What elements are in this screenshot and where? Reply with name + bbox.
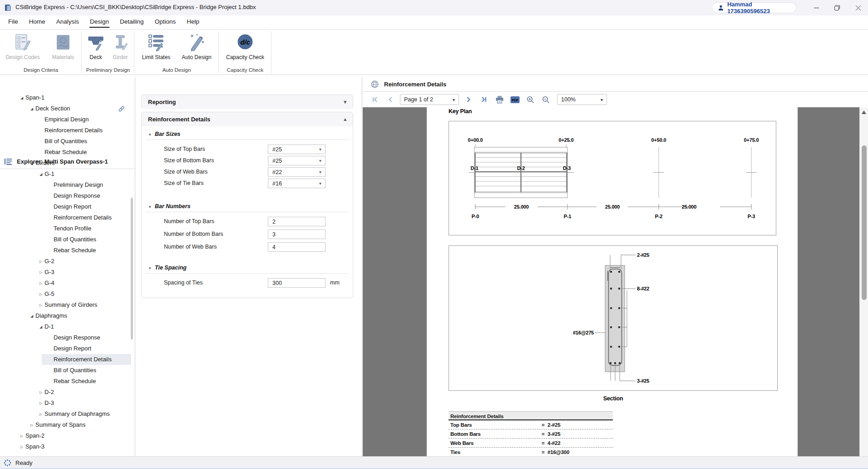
first-page-button[interactable]	[369, 94, 381, 105]
tree-item-summary-of-diaphragms[interactable]: ▷Summary of Diaphragms	[0, 409, 135, 419]
menu-home[interactable]: Home	[24, 15, 51, 29]
next-page-button[interactable]	[463, 94, 474, 105]
last-page-button[interactable]	[478, 94, 490, 105]
equals-sign: =	[542, 448, 545, 456]
user-account-button[interactable]: Hammad 1736390596523	[712, 2, 796, 13]
tree-item-span-3[interactable]: ▷Span-3	[0, 441, 135, 452]
bar-numbers-collapse-icon[interactable]: ▾	[149, 205, 151, 209]
expand-icon[interactable]: ▷	[37, 256, 44, 267]
tree-item-d-2[interactable]: ▷D-2	[0, 387, 135, 398]
tree-item-diaphragms[interactable]: ◢Diaphragms	[0, 310, 135, 321]
collapse-icon[interactable]: ◢	[37, 169, 44, 180]
tree-item-deck-section[interactable]: ◢Deck Section	[0, 103, 135, 114]
close-button[interactable]	[848, 0, 868, 15]
menu-file[interactable]: File	[3, 15, 24, 29]
tree-item-label: Reinforcement Details	[54, 356, 112, 363]
tree-item-empirical-design[interactable]: Empirical Design	[0, 114, 135, 125]
minimize-button[interactable]	[806, 0, 826, 15]
tree-item-preliminary-design[interactable]: Preliminary Design	[0, 180, 135, 190]
tree-item-tendon-profile[interactable]: Tendon Profile	[0, 223, 135, 234]
limit-states-icon	[148, 33, 165, 51]
tree-item-bill-of-quantities[interactable]: Bill of Quantities	[0, 234, 135, 245]
reinforcement-details-section-header[interactable]: Reinforcement Details ▴	[142, 112, 353, 126]
reporting-section-header[interactable]: Reporting ▾	[142, 95, 353, 109]
tree-item-g-1[interactable]: ◢G-1	[0, 169, 135, 180]
svg-text:0+75.0: 0+75.0	[744, 137, 759, 143]
report-scrollbar[interactable]	[859, 107, 868, 456]
expand-icon[interactable]: ▷	[37, 387, 44, 398]
menu-analysis[interactable]: Analysis	[51, 15, 84, 29]
size-of-web-bars-select[interactable]: #22▾	[268, 167, 326, 177]
tree-item-design-report[interactable]: Design Report	[0, 201, 135, 212]
number-of-bottom-bars-input[interactable]	[268, 230, 326, 239]
explorer-scrollbar[interactable]	[131, 198, 133, 339]
number-of-top-bars-input[interactable]	[268, 217, 326, 226]
scrollbar-thumb[interactable]	[862, 145, 867, 300]
tree-item-reinforcement-details[interactable]: Reinforcement Details	[0, 212, 135, 223]
scroll-up-arrow[interactable]	[862, 110, 866, 114]
tree-item-span-1[interactable]: ◢Span-1	[0, 92, 135, 103]
export-pdf-button[interactable]: PDF	[509, 94, 521, 105]
tree-item-rebar-schedule[interactable]: Rebar Schedule	[0, 245, 135, 256]
limit-states-button[interactable]: Limit States	[137, 32, 176, 61]
tree-item-g-5[interactable]: ▷G-5	[0, 289, 135, 299]
tree-item-d-1[interactable]: ◢D-1	[0, 321, 135, 332]
collapse-icon[interactable]: ◢	[28, 311, 35, 322]
page-select[interactable]: Page 1 of 2 ▾	[400, 94, 459, 105]
design-codes-button[interactable]: Design Codes	[3, 32, 42, 61]
bar-sizes-collapse-icon[interactable]: ▾	[149, 132, 151, 137]
tree-item-rebar-schedule[interactable]: Rebar Schedule	[0, 147, 135, 158]
menu-design[interactable]: Design	[84, 15, 114, 29]
tree-item-span-2[interactable]: ▷Span-2	[0, 430, 135, 441]
expand-icon[interactable]: ▷	[18, 431, 25, 442]
tree-item-girders[interactable]: ◢Girders	[0, 158, 135, 169]
tree-item-g-2[interactable]: ▷G-2	[0, 256, 135, 267]
tree-item-summary-of-spans[interactable]: ▷Summary of Spans	[0, 419, 135, 430]
menu-detailing[interactable]: Detailing	[114, 15, 149, 29]
menu-options[interactable]: Options	[149, 15, 182, 29]
expand-icon[interactable]: ▷	[37, 289, 44, 300]
collapse-icon[interactable]: ◢	[18, 93, 25, 104]
tree-item-reinforcement-details[interactable]: Reinforcement Details	[0, 125, 135, 136]
tie-spacing-collapse-icon[interactable]: ▾	[149, 266, 151, 270]
auto-design-button[interactable]: Auto Design	[177, 32, 216, 61]
print-button[interactable]	[493, 94, 505, 105]
section-drawing: 2-#25 8-#22 #16@275	[449, 245, 778, 391]
tree-item-reinforcement-details[interactable]: Reinforcement Details	[0, 354, 135, 365]
size-of-top-bars-select[interactable]: #25▾	[268, 145, 326, 154]
collapse-icon[interactable]: ◢	[28, 158, 35, 169]
tree-item-summary-of-girders[interactable]: ▷Summary of Girders	[0, 299, 135, 310]
tree-item-design-response[interactable]: Design Response	[0, 332, 135, 343]
collapse-icon[interactable]: ◢	[37, 322, 44, 333]
svg-text:0+25.0: 0+25.0	[559, 137, 574, 143]
tree-item-g-3[interactable]: ▷G-3	[0, 267, 135, 278]
tree-item-g-4[interactable]: ▷G-4	[0, 278, 135, 289]
tree-item-design-report[interactable]: Design Report	[0, 343, 135, 354]
collapse-icon[interactable]: ◢	[28, 104, 35, 115]
expand-icon[interactable]: ▷	[37, 398, 44, 409]
restore-button[interactable]	[827, 0, 847, 15]
tree-item-bill-of-quantities[interactable]: Bill of Quantities	[0, 365, 135, 376]
spacing-of-ties-input[interactable]	[268, 278, 326, 288]
number-of-web-bars-input[interactable]	[268, 242, 326, 252]
tree-item-design-response[interactable]: Design Response	[0, 190, 135, 201]
expand-icon[interactable]: ▷	[37, 278, 44, 289]
zoom-out-button[interactable]	[540, 94, 552, 105]
expand-icon[interactable]: ▷	[37, 300, 44, 311]
expand-icon[interactable]: ▷	[28, 420, 35, 431]
expand-icon[interactable]: ▷	[37, 409, 44, 420]
table-row: Web Bars = 4-#22	[449, 439, 613, 448]
size-of-tie-bars-select[interactable]: #16▾	[268, 179, 326, 188]
expand-icon[interactable]: ▷	[37, 267, 44, 278]
zoom-level-select[interactable]: 100% ▾	[557, 94, 607, 105]
previous-page-button[interactable]	[385, 94, 396, 105]
expand-icon[interactable]: ▷	[18, 442, 25, 453]
size-of-bottom-bars-select[interactable]: #25▾	[268, 156, 326, 165]
menu-help[interactable]: Help	[181, 15, 205, 29]
tree-item-d-3[interactable]: ▷D-3	[0, 398, 135, 409]
tree-item-bill-of-quantities[interactable]: Bill of Quantities	[0, 136, 135, 147]
tree-item-rebar-schedule[interactable]: Rebar Schedule	[0, 376, 135, 387]
zoom-in-button[interactable]	[524, 94, 536, 105]
capacity-check-button[interactable]: d/c Capacity Check	[226, 32, 265, 61]
tree-item-label: Summary of Girders	[44, 301, 97, 308]
